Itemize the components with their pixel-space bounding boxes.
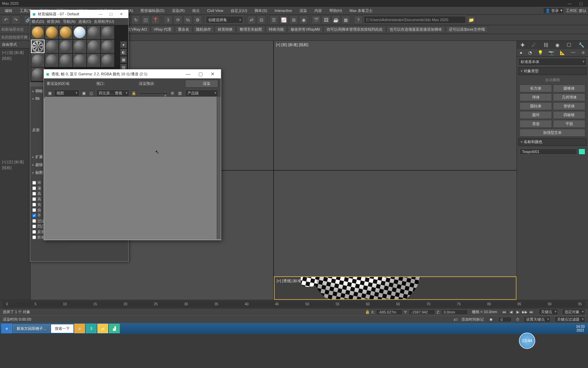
modify-tab-icon[interactable]: ☄ xyxy=(532,42,536,48)
map-check[interactable] xyxy=(32,208,36,212)
menu-item[interactable]: 图形编辑器(D) xyxy=(137,7,168,14)
obj-cylinder[interactable]: 圆柱体 xyxy=(520,102,552,110)
shapes-icon[interactable]: ◔ xyxy=(528,50,532,55)
folder-button[interactable]: 📁 xyxy=(467,15,476,24)
map-check[interactable] xyxy=(32,192,36,196)
material-slot[interactable] xyxy=(101,26,114,39)
obj-plane[interactable]: 平面 xyxy=(553,120,585,128)
key-mode-icon[interactable]: ⏺ xyxy=(488,317,494,322)
timeline[interactable]: 0510 152025 303540 455055 606570 758085 … xyxy=(0,300,588,308)
material-slot-active[interactable] xyxy=(31,40,45,53)
obj-pyramid[interactable]: 四棱锥 xyxy=(553,111,585,119)
mat-menu-material[interactable]: 材质(M) xyxy=(47,19,60,24)
obj-teapot[interactable]: 茶壶 xyxy=(520,120,552,128)
edit-region-icon[interactable]: ▣ xyxy=(81,90,87,96)
goto-start-icon[interactable]: ⏮ xyxy=(501,309,507,315)
taskbar-search[interactable]: 搜索一下 xyxy=(51,324,74,333)
spacewarps-icon[interactable]: 〰 xyxy=(571,50,575,55)
material-slot[interactable] xyxy=(73,53,86,67)
render-setup-icon[interactable]: ⚙ xyxy=(169,90,176,96)
close-button[interactable]: ✕ xyxy=(116,12,126,16)
help-button[interactable]: ? xyxy=(354,15,363,24)
key-filter-button[interactable]: 关键点过滤器 xyxy=(555,316,585,323)
autokey-combo[interactable]: 关键点 xyxy=(539,309,558,315)
helpers-icon[interactable]: 📐 xyxy=(560,50,565,55)
sample-type-icon[interactable]: ● xyxy=(120,41,127,48)
teapot-object[interactable] xyxy=(298,276,445,300)
script-chip[interactable]: VRay 代理 xyxy=(151,26,175,33)
menu-item[interactable]: 渲染 xyxy=(296,7,310,14)
map-check[interactable] xyxy=(32,235,36,239)
script-chip[interactable]: 整理丢失贴图 xyxy=(236,26,265,33)
menu-item[interactable]: Interactive xyxy=(271,8,295,13)
map-check[interactable] xyxy=(32,225,36,228)
map-check[interactable] xyxy=(32,203,36,206)
close-button[interactable]: ✕ xyxy=(207,71,219,77)
taskbar-3dsmax-icon[interactable]: 3 xyxy=(86,324,97,333)
menu-edit[interactable]: 编辑 xyxy=(1,7,16,14)
render-frame-window[interactable]: ▣ 透视, 帧 0, 显示 Gamma: 2.2, RGBA 颜色 16 位/通… xyxy=(44,69,221,240)
add-time-tag[interactable]: 添加时间标记 xyxy=(461,317,484,322)
script-chip[interactable]: 材质转换 xyxy=(215,26,236,33)
mat-menu-nav[interactable]: 导航(N) xyxy=(63,19,76,24)
material-slot[interactable] xyxy=(73,26,86,39)
name-color-rollup[interactable]: 名称和颜色 xyxy=(518,138,587,146)
map-check[interactable] xyxy=(32,219,36,223)
coord-y[interactable]: -1597.942 xyxy=(409,309,435,315)
menu-item[interactable]: 自定义(U) xyxy=(227,7,250,14)
maximize-button[interactable]: ▢ xyxy=(576,1,586,6)
map-check[interactable] xyxy=(32,181,36,185)
render-vscroll[interactable] xyxy=(217,97,221,239)
menu-item[interactable]: 脚本(S) xyxy=(251,7,271,14)
undo-button[interactable]: ↶ xyxy=(1,15,10,24)
systems-icon[interactable]: ⚛ xyxy=(581,50,585,55)
mirror-button[interactable]: ⇄ xyxy=(247,15,256,24)
obj-textplus[interactable]: 加强型文本 xyxy=(520,129,585,137)
material-slot[interactable] xyxy=(59,53,72,67)
material-slot[interactable] xyxy=(45,40,59,53)
material-slot[interactable] xyxy=(101,40,114,53)
material-slot[interactable] xyxy=(31,67,45,81)
material-editor-titlebar[interactable]: ▣ 材质编辑器 - 07 - Default — ▢ ✕ xyxy=(30,10,128,18)
curve-editor-button[interactable]: 📈 xyxy=(279,15,288,24)
script-chip[interactable]: 随机操作 xyxy=(193,26,214,33)
material-editor-button[interactable]: ◉ xyxy=(299,15,308,24)
mat-menu-util[interactable]: 实用程序(U) xyxy=(94,19,114,24)
script-chip[interactable]: 重命名 xyxy=(175,26,192,33)
map-check[interactable] xyxy=(32,214,36,217)
refresh-scene-label[interactable]: 刷新场景信息 xyxy=(1,27,31,32)
align-button[interactable]: ⊟ xyxy=(257,15,266,24)
obj-geosphere[interactable]: 几何球体 xyxy=(553,93,585,101)
workspace-label[interactable]: 工作区: 默认 xyxy=(566,8,587,13)
obj-cone[interactable]: 圆锥体 xyxy=(553,85,585,92)
backlight-icon[interactable]: ◐ xyxy=(120,49,127,56)
material-slot[interactable] xyxy=(45,53,59,67)
autogrid-check[interactable]: 自动栅格 xyxy=(520,76,585,83)
angle-snap-button[interactable]: ⟳ xyxy=(174,15,182,24)
login-dropdown[interactable]: 👤 登录 xyxy=(543,7,564,14)
geometry-icon[interactable]: ● xyxy=(520,50,522,55)
cameras-icon[interactable]: 📷 xyxy=(549,50,554,55)
material-slot[interactable] xyxy=(31,53,45,67)
script-chip[interactable]: 你可以用脚本管理添加按钮到此处 xyxy=(324,26,386,33)
material-slot[interactable] xyxy=(73,40,86,53)
prev-frame-icon[interactable]: ◀ xyxy=(508,309,514,315)
map-check[interactable] xyxy=(32,197,36,201)
frame-spinner[interactable]: 0 xyxy=(498,317,512,322)
snap-3-button[interactable]: 3 xyxy=(164,15,173,24)
time-ruler[interactable]: 0510 152025 303540 455055 606570 758085 … xyxy=(3,301,585,307)
production-combo[interactable]: 产品级 xyxy=(185,90,218,97)
coord-x[interactable]: -685.627m xyxy=(376,309,403,315)
map-check[interactable] xyxy=(32,230,36,234)
render-canvas[interactable] xyxy=(45,97,217,239)
active-viewport[interactable]: [+] [透视] [标准] [边面] [默认明暗处理] xyxy=(274,276,517,300)
mat-menu-options[interactable]: 选项(O) xyxy=(78,19,91,24)
place-button[interactable]: 📍 xyxy=(151,15,160,24)
menu-item[interactable]: Max 杀毒卫士 xyxy=(346,7,376,14)
maximize-button[interactable]: ▢ xyxy=(194,71,207,77)
render-button[interactable]: ☕ xyxy=(331,15,340,24)
script-chip[interactable]: 还可以添加exe文件哦 xyxy=(446,26,488,33)
goto-end-icon[interactable]: ⏭ xyxy=(528,309,535,315)
area-combo[interactable]: 视图 xyxy=(54,90,79,97)
display-tab-icon[interactable]: 🖵 xyxy=(567,42,571,48)
